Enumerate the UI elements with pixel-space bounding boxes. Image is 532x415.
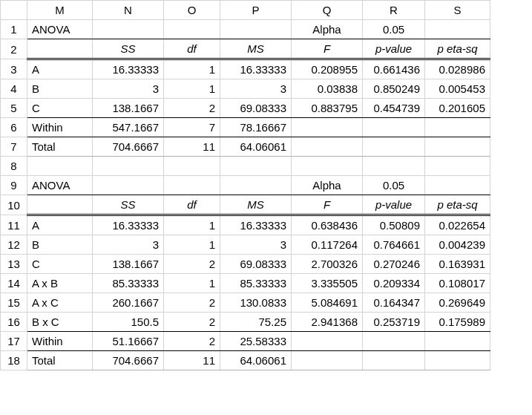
cell-S14[interactable]: 0.108017 (425, 274, 490, 293)
cell-M5[interactable]: C (27, 99, 93, 118)
cell-P14[interactable]: 85.33333 (220, 274, 292, 293)
cell-P13[interactable]: 69.08333 (220, 255, 292, 274)
cell-N12[interactable]: 3 (93, 235, 164, 255)
cell-R1[interactable]: 0.05 (363, 20, 425, 39)
cell-S2[interactable]: p eta-sq (425, 39, 490, 59)
cell-O15[interactable]: 2 (164, 293, 220, 313)
cell-Q5[interactable]: 0.883795 (292, 99, 363, 118)
cell-O5[interactable]: 2 (164, 99, 220, 118)
col-header-N[interactable]: N (93, 1, 164, 20)
cell-O4[interactable]: 1 (164, 79, 220, 99)
cell-M14[interactable]: A x B (27, 274, 93, 293)
cell-Q16[interactable]: 2.941368 (292, 313, 363, 332)
cell-S11[interactable]: 0.022654 (425, 215, 490, 235)
cell-M7[interactable]: Total (27, 137, 93, 157)
cell-Q14[interactable]: 3.335505 (292, 274, 363, 293)
cell-S6[interactable] (425, 118, 490, 137)
cell-R11[interactable]: 0.50809 (363, 215, 425, 235)
row-header-12[interactable]: 12 (1, 235, 27, 255)
cell-N13[interactable]: 138.1667 (93, 255, 164, 274)
cell-N1[interactable] (93, 20, 164, 39)
cell-M4[interactable]: B (27, 79, 93, 99)
cell-O14[interactable]: 1 (164, 274, 220, 293)
cell-N7[interactable]: 704.6667 (93, 137, 164, 157)
cell-S4[interactable]: 0.005453 (425, 79, 490, 99)
cell-M18[interactable]: Total (27, 351, 93, 370)
row-header-14[interactable]: 14 (1, 274, 27, 293)
row-header-8[interactable]: 8 (1, 157, 27, 176)
cell-N14[interactable]: 85.33333 (93, 274, 164, 293)
cell-R13[interactable]: 0.270246 (363, 255, 425, 274)
cell-N3[interactable]: 16.33333 (93, 59, 164, 79)
cell-O16[interactable]: 2 (164, 313, 220, 332)
cell-O10[interactable]: df (164, 195, 220, 215)
cell-O6[interactable]: 7 (164, 118, 220, 137)
cell-O2[interactable]: df (164, 39, 220, 59)
cell-Q18[interactable] (292, 351, 363, 370)
cell-P17[interactable]: 25.58333 (220, 332, 292, 351)
cell-O13[interactable]: 2 (164, 255, 220, 274)
cell-S13[interactable]: 0.163931 (425, 255, 490, 274)
col-header-R[interactable]: R (363, 1, 425, 20)
cell-M1[interactable]: ANOVA (27, 20, 93, 39)
cell-O1[interactable] (164, 20, 220, 39)
cell-R10[interactable]: p-value (363, 195, 425, 215)
cell-N15[interactable]: 260.1667 (93, 293, 164, 313)
cell-S3[interactable]: 0.028986 (425, 59, 490, 79)
row-header-11[interactable]: 11 (1, 215, 27, 235)
row-header-10[interactable]: 10 (1, 195, 27, 215)
cell-S1[interactable] (425, 20, 490, 39)
cell-Q2[interactable]: F (292, 39, 363, 59)
row-header-6[interactable]: 6 (1, 118, 27, 137)
cell-M17[interactable]: Within (27, 332, 93, 351)
cell-R16[interactable]: 0.253719 (363, 313, 425, 332)
cell-P8[interactable] (220, 157, 292, 176)
cell-P2[interactable]: MS (220, 39, 292, 59)
cell-Q8[interactable] (292, 157, 363, 176)
cell-P9[interactable] (220, 176, 292, 195)
cell-P3[interactable]: 16.33333 (220, 59, 292, 79)
cell-P11[interactable]: 16.33333 (220, 215, 292, 235)
cell-O3[interactable]: 1 (164, 59, 220, 79)
row-header-2[interactable]: 2 (1, 39, 27, 59)
cell-M6[interactable]: Within (27, 118, 93, 137)
row-header-4[interactable]: 4 (1, 79, 27, 99)
cell-N16[interactable]: 150.5 (93, 313, 164, 332)
row-header-13[interactable]: 13 (1, 255, 27, 274)
spreadsheet-grid[interactable]: M N O P Q R S 1 ANOVA Alpha 0.05 2 SS df… (0, 0, 490, 370)
cell-O18[interactable]: 11 (164, 351, 220, 370)
cell-Q7[interactable] (292, 137, 363, 157)
cell-M13[interactable]: C (27, 255, 93, 274)
cell-P18[interactable]: 64.06061 (220, 351, 292, 370)
cell-S18[interactable] (425, 351, 490, 370)
cell-M9[interactable]: ANOVA (27, 176, 93, 195)
cell-Q11[interactable]: 0.638436 (292, 215, 363, 235)
cell-M10[interactable] (27, 195, 93, 215)
cell-N11[interactable]: 16.33333 (93, 215, 164, 235)
cell-S7[interactable] (425, 137, 490, 157)
cell-M8[interactable] (27, 157, 93, 176)
row-header-9[interactable]: 9 (1, 176, 27, 195)
cell-P10[interactable]: MS (220, 195, 292, 215)
cell-N4[interactable]: 3 (93, 79, 164, 99)
cell-S17[interactable] (425, 332, 490, 351)
cell-S9[interactable] (425, 176, 490, 195)
cell-O7[interactable]: 11 (164, 137, 220, 157)
cell-P4[interactable]: 3 (220, 79, 292, 99)
select-all-corner[interactable] (1, 1, 27, 20)
cell-P5[interactable]: 69.08333 (220, 99, 292, 118)
cell-M16[interactable]: B x C (27, 313, 93, 332)
row-header-15[interactable]: 15 (1, 293, 27, 313)
cell-R5[interactable]: 0.454739 (363, 99, 425, 118)
row-header-3[interactable]: 3 (1, 59, 27, 79)
cell-O9[interactable] (164, 176, 220, 195)
cell-N2[interactable]: SS (93, 39, 164, 59)
cell-S16[interactable]: 0.175989 (425, 313, 490, 332)
row-header-18[interactable]: 18 (1, 351, 27, 370)
cell-N9[interactable] (93, 176, 164, 195)
col-header-S[interactable]: S (425, 1, 490, 20)
cell-P15[interactable]: 130.0833 (220, 293, 292, 313)
cell-P16[interactable]: 75.25 (220, 313, 292, 332)
cell-N10[interactable]: SS (93, 195, 164, 215)
cell-Q3[interactable]: 0.208955 (292, 59, 363, 79)
